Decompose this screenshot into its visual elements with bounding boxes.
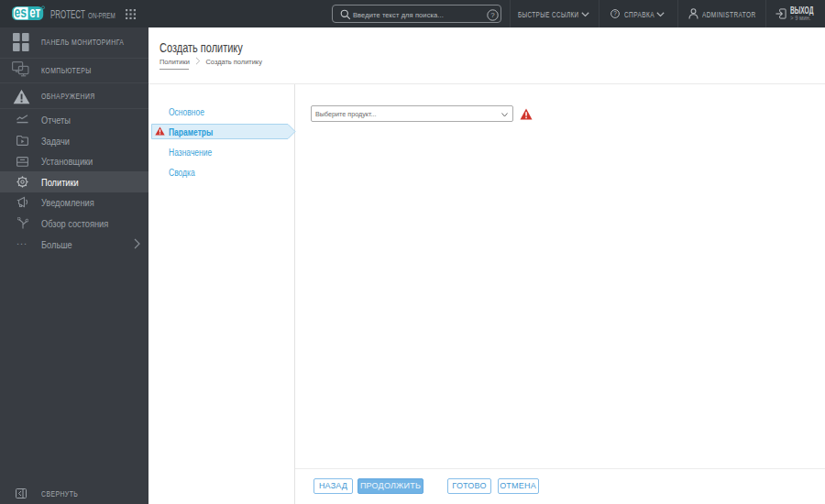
svg-text:es: es <box>15 5 28 21</box>
svg-text:?: ? <box>490 11 495 19</box>
svg-text:?: ? <box>613 10 617 16</box>
svg-text:ет: ет <box>29 5 40 21</box>
